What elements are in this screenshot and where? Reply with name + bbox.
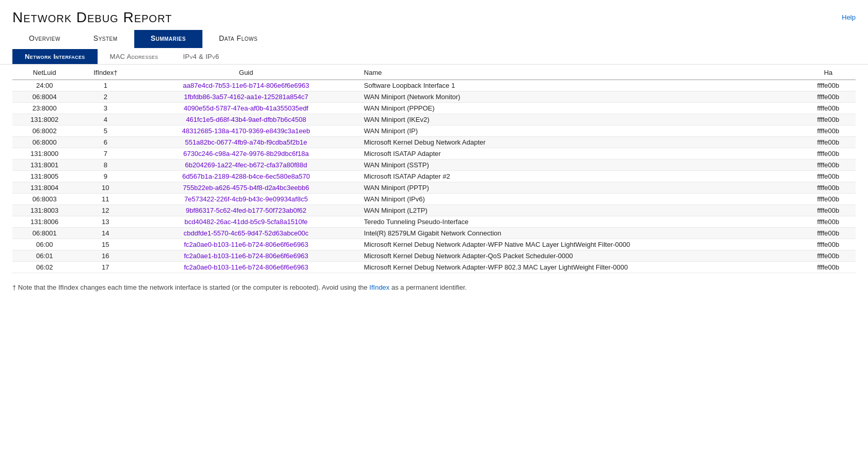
table-row: 131:8003129bf86317-5c62-4fed-b177-50f723… [12, 205, 856, 216]
cell-name: Microsoft Kernel Debug Network Adapter [358, 137, 801, 148]
tab-overview[interactable]: Overview [12, 30, 77, 48]
cell-netluid: 131:8001 [12, 160, 76, 171]
cell-ifindex: 6 [76, 137, 134, 148]
cell-ha: ffffe00b [801, 171, 856, 182]
cell-name: Microsoft Kernel Debug Network Adapter-W… [358, 239, 801, 250]
cell-ha: ffffe00b [801, 160, 856, 171]
cell-name: WAN Miniport (L2TP) [358, 205, 801, 216]
cell-netluid: 06:8002 [12, 125, 76, 137]
table-row: 06:0015fc2a0ae0-b103-11e6-b724-806e6f6e6… [12, 239, 856, 250]
cell-name: Microsoft Kernel Debug Network Adapter-W… [358, 262, 801, 273]
cell-name: Software Loopback Interface 1 [358, 80, 801, 91]
cell-ha: ffffe00b [801, 91, 856, 103]
tab-system[interactable]: System [77, 30, 134, 48]
cell-name: WAN Miniport (PPTP) [358, 182, 801, 194]
footnote-text: † Note that the IfIndex changes each tim… [12, 283, 467, 291]
cell-ifindex: 2 [76, 91, 134, 103]
cell-guid: fc2a0ae1-b103-11e6-b724-806e6f6e6963 [134, 250, 358, 262]
cell-ifindex: 5 [76, 125, 134, 137]
cell-ifindex: 9 [76, 171, 134, 182]
cell-guid: 461fc1e5-d68f-43b4-9aef-dfbb7b6c4508 [134, 114, 358, 125]
cell-guid: 6d567b1a-2189-4288-b4ce-6ec580e8a570 [134, 171, 358, 182]
col-ha: Ha [801, 66, 856, 80]
cell-name: Teredo Tunneling Pseudo-Interface [358, 216, 801, 228]
cell-name: Microsoft ISATAP Adapter [358, 148, 801, 160]
cell-netluid: 131:8005 [12, 171, 76, 182]
cell-name: WAN Miniport (SSTP) [358, 160, 801, 171]
col-name: Name [358, 66, 801, 80]
cell-ifindex: 12 [76, 205, 134, 216]
table-row: 131:800186b204269-1a22-4fec-b672-cfa37a8… [12, 160, 856, 171]
cell-ifindex: 7 [76, 148, 134, 160]
cell-name: WAN Miniport (Network Monitor) [358, 91, 801, 103]
main-tabs: Overview System Summaries Data Flows [0, 30, 868, 48]
table-row: 06:80006551a82bc-0677-4fb9-a74b-f9cdba5f… [12, 137, 856, 148]
cell-ha: ffffe00b [801, 239, 856, 250]
table-container: NetLuid IfIndex† Guid Name Ha 24:001aa87… [0, 66, 868, 273]
cell-guid: 6b204269-1a22-4fec-b672-cfa37a80f88d [134, 160, 358, 171]
table-row: 06:8003117e573422-226f-4cb9-b43c-9e09934… [12, 194, 856, 205]
table-row: 06:0116fc2a0ae1-b103-11e6-b724-806e6f6e6… [12, 250, 856, 262]
cell-netluid: 131:8000 [12, 148, 76, 160]
table-row: 131:800076730c246-c98a-427e-9976-8b29dbc… [12, 148, 856, 160]
cell-name: Microsoft Kernel Debug Network Adapter-Q… [358, 250, 801, 262]
cell-guid: 551a82bc-0677-4fb9-a74b-f9cdba5f2b1e [134, 137, 358, 148]
cell-guid: fc2a0ae0-b103-11e6-b724-806e6f6e6963 [134, 239, 358, 250]
table-row: 131:80024461fc1e5-d68f-43b4-9aef-dfbb7b6… [12, 114, 856, 125]
cell-netluid: 06:8003 [12, 194, 76, 205]
cell-guid: cbddfde1-5570-4c65-9d47-52d63abce00c [134, 228, 358, 239]
table-row: 23:800034090e55d-5787-47ea-af0b-41a35503… [12, 103, 856, 114]
cell-name: WAN Miniport (PPPOE) [358, 103, 801, 114]
cell-ha: ffffe00b [801, 194, 856, 205]
cell-ifindex: 1 [76, 80, 134, 91]
table-row: 131:800613bcd40482-26ac-41dd-b5c9-5cfa8a… [12, 216, 856, 228]
table-row: 06:800114cbddfde1-5570-4c65-9d47-52d63ab… [12, 228, 856, 239]
cell-ifindex: 3 [76, 103, 134, 114]
cell-ha: ffffe00b [801, 262, 856, 273]
cell-ifindex: 15 [76, 239, 134, 250]
cell-ifindex: 16 [76, 250, 134, 262]
cell-ha: ffffe00b [801, 148, 856, 160]
cell-guid: 48312685-138a-4170-9369-e8439c3a1eeb [134, 125, 358, 137]
cell-name: Intel(R) 82579LM Gigabit Network Connect… [358, 228, 801, 239]
subtab-network-interfaces[interactable]: Network Interfaces [12, 49, 98, 64]
cell-guid: 1fbfdb86-3a57-4162-aa1e-125281a854c7 [134, 91, 358, 103]
cell-name: WAN Miniport (IPv6) [358, 194, 801, 205]
cell-netluid: 06:01 [12, 250, 76, 262]
cell-netluid: 131:8003 [12, 205, 76, 216]
cell-guid: fc2a0ae0-b103-11e6-b724-806e6f6e6963 [134, 262, 358, 273]
tab-summaries[interactable]: Summaries [134, 30, 202, 48]
cell-ifindex: 4 [76, 114, 134, 125]
cell-guid: bcd40482-26ac-41dd-b5c9-5cfa8a1510fe [134, 216, 358, 228]
col-ifindex: IfIndex† [76, 66, 134, 80]
network-interfaces-table: NetLuid IfIndex† Guid Name Ha 24:001aa87… [12, 66, 856, 273]
table-row: 131:800596d567b1a-2189-4288-b4ce-6ec580e… [12, 171, 856, 182]
cell-netluid: 06:8004 [12, 91, 76, 103]
cell-ifindex: 13 [76, 216, 134, 228]
cell-netluid: 23:8000 [12, 103, 76, 114]
subtab-mac-addresses[interactable]: MAC Addresses [98, 49, 171, 64]
cell-guid: 6730c246-c98a-427e-9976-8b29dbc6f18a [134, 148, 358, 160]
sub-tabs: Network Interfaces MAC Addresses IPv4 & … [0, 49, 868, 65]
cell-ha: ffffe00b [801, 114, 856, 125]
cell-ifindex: 14 [76, 228, 134, 239]
cell-ha: ffffe00b [801, 205, 856, 216]
cell-ha: ffffe00b [801, 228, 856, 239]
cell-guid: 4090e55d-5787-47ea-af0b-41a355035edf [134, 103, 358, 114]
subtab-ipv4-ipv6[interactable]: IPv4 & IPv6 [170, 49, 231, 64]
cell-guid: 755b22eb-a626-4575-b4f8-d2a4bc3eebb6 [134, 182, 358, 194]
col-netluid: NetLuid [12, 66, 76, 80]
cell-ha: ffffe00b [801, 182, 856, 194]
cell-guid: 9bf86317-5c62-4fed-b177-50f723ab0f62 [134, 205, 358, 216]
title-bar: Network Debug Report Help [0, 0, 868, 30]
cell-ifindex: 10 [76, 182, 134, 194]
cell-ifindex: 8 [76, 160, 134, 171]
help-link[interactable]: Help [842, 9, 856, 21]
col-guid: Guid [134, 66, 358, 80]
page: Network Debug Report Help Overview Syste… [0, 0, 868, 458]
cell-name: WAN Miniport (IP) [358, 125, 801, 137]
tab-dataflows[interactable]: Data Flows [202, 30, 274, 48]
cell-netluid: 06:8000 [12, 137, 76, 148]
table-row: 24:001aa87e4cd-7b53-11e6-b714-806e6f6e69… [12, 80, 856, 91]
table-row: 06:8002548312685-138a-4170-9369-e8439c3a… [12, 125, 856, 137]
